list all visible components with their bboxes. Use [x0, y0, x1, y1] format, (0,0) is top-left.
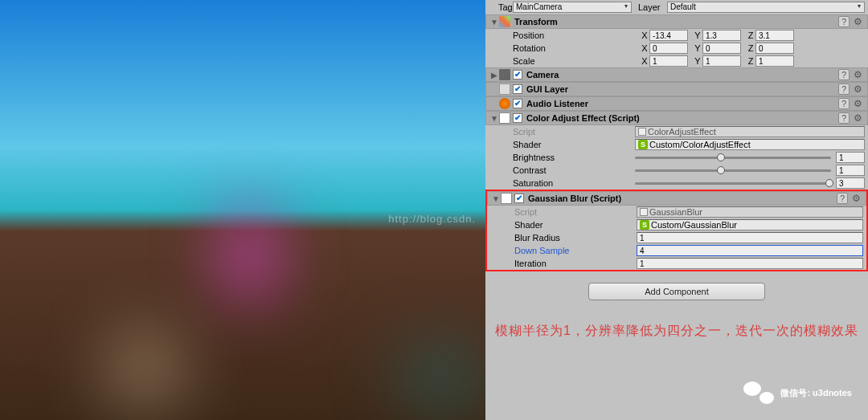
ca-shader-label: Shader	[489, 140, 635, 149]
foldout-icon[interactable]: ▼	[489, 114, 499, 123]
blur-radius-input[interactable]	[637, 232, 863, 243]
gear-icon[interactable]: ⚙	[851, 16, 864, 27]
camera-title: Camera	[526, 70, 559, 80]
rotation-z[interactable]	[755, 43, 794, 54]
guilayer-title: GUI Layer	[526, 84, 568, 94]
g-blur-label: Blur Radius	[490, 233, 637, 243]
script-icon	[499, 112, 510, 124]
tag-layer-row: Tag MainCamera Layer Default	[485, 0, 868, 14]
g-script-label: Script	[490, 207, 637, 217]
audio-icon	[499, 98, 510, 109]
coloradjust-enable-checkbox[interactable]: ✔	[513, 113, 522, 123]
game-view: http://blog.csdn.	[0, 0, 485, 420]
coloradjust-title: Color Adjust Effect (Script)	[526, 113, 640, 123]
camera-icon	[499, 69, 510, 80]
guilayer-enable-checkbox[interactable]: ✔	[513, 84, 522, 94]
blur-particle	[201, 177, 297, 337]
position-row: Position X Y Z	[485, 29, 868, 42]
layer-label: Layer	[632, 2, 667, 12]
scale-z[interactable]	[755, 55, 794, 67]
gaussian-enable-checkbox[interactable]: ✔	[514, 194, 524, 203]
x-label: X	[640, 31, 649, 40]
ca-contrast-row: Contrast	[485, 164, 868, 177]
down-sample-input[interactable]	[637, 245, 863, 256]
add-component-button[interactable]: Add Component	[588, 283, 765, 300]
rotation-y[interactable]	[702, 43, 741, 54]
help-icon[interactable]: ?	[837, 193, 848, 204]
blur-glow	[80, 321, 209, 418]
obj-icon	[640, 208, 648, 216]
saturation-slider[interactable]	[635, 177, 831, 189]
ca-shader-row: Shader SCustom/ColorAdjustEffect	[485, 138, 868, 151]
camera-header[interactable]: ▶ ✔ Camera ?⚙	[485, 67, 868, 82]
g-iter-row: Iteration	[487, 257, 866, 270]
g-shader-field[interactable]: SCustom/GaussianBlur	[637, 219, 863, 230]
gear-icon[interactable]: ⚙	[851, 112, 864, 124]
shader-icon: S	[638, 140, 648, 149]
g-script-field[interactable]: GaussianBlur	[637, 206, 863, 218]
ca-script-field[interactable]: ColorAdjustEffect	[635, 126, 865, 137]
position-label: Position	[489, 31, 635, 40]
layer-dropdown[interactable]: Default	[667, 2, 865, 13]
wechat-text: 微信号: u3dnotes	[780, 387, 852, 399]
g-iter-label: Iteration	[490, 259, 637, 268]
watermark-text: http://blog.csdn.	[388, 213, 476, 225]
rotation-x[interactable]	[649, 43, 688, 54]
inspector-panel: Tag MainCamera Layer Default ▼ Transform…	[485, 0, 868, 420]
z-label: Z	[746, 31, 755, 40]
help-icon[interactable]: ?	[838, 112, 850, 124]
ca-shader-field[interactable]: SCustom/ColorAdjustEffect	[635, 139, 865, 150]
wechat-icon	[743, 380, 774, 406]
position-z[interactable]	[755, 30, 794, 41]
ca-brightness-row: Brightness	[485, 151, 868, 164]
help-icon[interactable]: ?	[838, 16, 850, 27]
contrast-slider[interactable]	[635, 165, 831, 176]
position-y[interactable]	[702, 30, 741, 41]
transform-header[interactable]: ▼ Transform ? ⚙	[485, 14, 868, 29]
gear-icon[interactable]: ⚙	[851, 98, 864, 109]
gear-icon[interactable]: ⚙	[851, 69, 864, 80]
ca-script-row: Script ColorAdjustEffect	[485, 125, 868, 138]
help-icon[interactable]: ?	[838, 98, 850, 109]
guilayer-header[interactable]: ✔ GUI Layer ?⚙	[485, 82, 868, 96]
gear-icon[interactable]: ⚙	[850, 193, 862, 204]
scale-x[interactable]	[649, 55, 688, 67]
g-down-row: Down Sample	[487, 244, 866, 257]
coloradjust-header[interactable]: ▼ ✔ Color Adjust Effect (Script) ?⚙	[485, 111, 868, 125]
audio-enable-checkbox[interactable]: ✔	[513, 99, 522, 108]
help-icon[interactable]: ?	[838, 69, 850, 80]
foldout-icon[interactable]: ▼	[489, 18, 499, 27]
rotation-row: Rotation X Y Z	[485, 42, 868, 55]
tag-label: Tag	[489, 2, 513, 12]
contrast-value[interactable]	[836, 165, 865, 176]
brightness-slider[interactable]	[635, 152, 831, 163]
foldout-icon[interactable]: ▼	[491, 194, 501, 203]
highlighted-component: ▼ ✔ Gaussian Blur (Script) ?⚙ Script Gau…	[485, 190, 868, 271]
gaussian-header[interactable]: ▼ ✔ Gaussian Blur (Script) ?⚙	[487, 191, 866, 206]
foldout-icon[interactable]: ▶	[489, 71, 499, 80]
scale-y[interactable]	[702, 55, 741, 67]
tag-dropdown[interactable]: MainCamera	[513, 2, 632, 13]
script-icon	[501, 193, 512, 204]
blur-cyan	[362, 337, 485, 418]
g-script-row: Script GaussianBlur	[487, 206, 866, 218]
iteration-input[interactable]	[637, 258, 863, 269]
gear-icon[interactable]: ⚙	[851, 84, 864, 95]
camera-enable-checkbox[interactable]: ✔	[513, 70, 522, 80]
saturation-value[interactable]	[836, 177, 865, 189]
audio-header[interactable]: ✔ Audio Listener ?⚙	[485, 96, 868, 111]
help-icon[interactable]: ?	[838, 84, 850, 95]
g-shader-row: Shader SCustom/GaussianBlur	[487, 218, 866, 231]
position-x[interactable]	[649, 30, 688, 41]
ca-saturation-row: Saturation	[485, 177, 868, 190]
shader-icon: S	[640, 220, 649, 230]
ca-brightness-label: Brightness	[489, 153, 635, 162]
ca-script-label: Script	[489, 127, 635, 137]
audio-title: Audio Listener	[526, 99, 588, 108]
wechat-badge: 微信号: u3dnotes	[743, 380, 852, 406]
guilayer-icon	[499, 84, 510, 95]
ca-saturation-label: Saturation	[489, 178, 635, 188]
ca-contrast-label: Contrast	[489, 165, 635, 175]
brightness-value[interactable]	[836, 152, 865, 163]
scale-label: Scale	[489, 56, 635, 66]
